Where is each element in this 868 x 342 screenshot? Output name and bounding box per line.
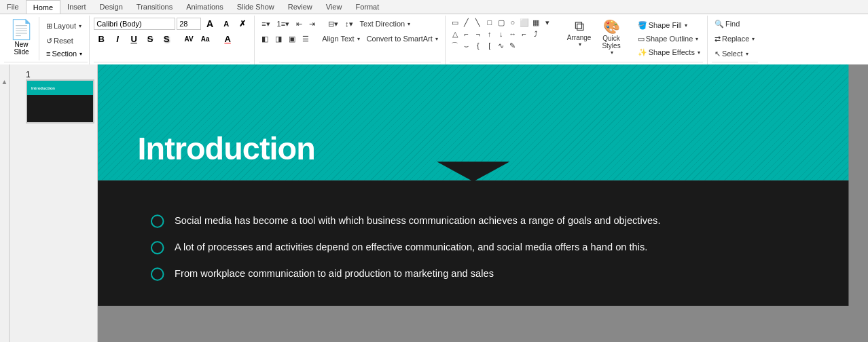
select-label: Select <box>722 50 743 58</box>
tab-format[interactable]: Format <box>348 0 386 14</box>
decrease-font-button[interactable]: A <box>219 17 234 31</box>
bullets-button[interactable]: ≡▾ <box>259 17 272 31</box>
bullet-circle-3 <box>151 267 164 281</box>
quick-styles-button[interactable]: 🎨 Quick Styles ▾ <box>598 17 624 57</box>
slide-thumb-container: 1 Introduction <box>12 70 94 124</box>
align-text-arrow: ▾ <box>357 36 360 42</box>
paragraph-group: ≡▾ 1≡▾ ⇤ ⇥ ⊟▾ ↕▾ Text Direction ▾ ◧ ◨ ▣ <box>255 16 446 72</box>
paragraph-group-top: ≡▾ 1≡▾ ⇤ ⇥ ⊟▾ ↕▾ Text Direction ▾ ◧ ◨ ▣ <box>259 16 441 60</box>
columns-button[interactable]: ⊟▾ <box>325 17 341 31</box>
select-icon: ↖ <box>715 50 721 58</box>
reset-button[interactable]: ↺ Reset <box>43 34 85 48</box>
shape-effects-button[interactable]: ✨ Shape Effects ▾ <box>635 45 703 59</box>
align-text-label: Align Text <box>322 35 355 43</box>
ribbon-tab-bar: File Home Insert Design Transitions Anim… <box>0 0 868 14</box>
shape-fill-icon: 🪣 <box>638 21 647 30</box>
new-slide-button[interactable]: 📄 New Slide <box>4 17 39 60</box>
shape-rectangle-btn[interactable]: ▭ <box>450 17 460 28</box>
shape-larrow-btn[interactable]: ¬ <box>473 28 484 39</box>
convert-smartart-button[interactable]: Convert to SmartArt ▾ <box>364 32 441 45</box>
bold-button[interactable]: B <box>94 32 109 45</box>
text-direction-label: Text Direction <box>360 20 405 28</box>
bullet-item-2: A lot of processes and activities depend… <box>151 240 809 254</box>
shape-outline-label: Shape Outline <box>646 35 693 43</box>
decrease-indent-button[interactable]: ⇤ <box>293 17 305 31</box>
slide-title: Introduction <box>138 130 315 167</box>
layout-button[interactable]: ⊞ Layout ▾ <box>43 19 85 33</box>
new-slide-label: New Slide <box>14 41 29 56</box>
slide[interactable]: Introduction Social media has become a t… <box>98 64 849 335</box>
shape-arc-btn[interactable]: ⌣ <box>461 40 472 51</box>
char-spacing-button[interactable]: AV <box>181 32 196 45</box>
change-case-button[interactable]: Aa <box>198 32 213 45</box>
shape-outline-icon: ▭ <box>638 35 645 43</box>
tab-slideshow[interactable]: Slide Show <box>230 0 281 14</box>
shape-freeform-btn[interactable]: ✎ <box>507 40 518 51</box>
text-direction-button[interactable]: Text Direction ▾ <box>357 17 414 31</box>
shape-fill-button[interactable]: 🪣 Shape Fill ▾ <box>635 18 703 32</box>
scroll-up-arrow[interactable]: ▲ <box>1 78 8 86</box>
shape-oval-btn[interactable]: ○ <box>507 17 518 28</box>
shape-curve-btn[interactable]: ⌒ <box>450 40 460 51</box>
shape-triangle-btn[interactable]: △ <box>450 28 460 39</box>
font-color-button[interactable]: A <box>220 32 235 45</box>
shape-bracket-btn[interactable]: [ <box>484 40 495 51</box>
justify-button[interactable]: ☰ <box>300 32 312 45</box>
tab-insert[interactable]: Insert <box>60 0 93 14</box>
shape-brace-btn[interactable]: { <box>473 40 484 51</box>
font-row-1: A A ✗ <box>94 17 250 31</box>
underline-button[interactable]: U <box>126 32 141 45</box>
align-left-button[interactable]: ◧ <box>259 32 271 45</box>
line-spacing-button[interactable]: ↕▾ <box>342 17 356 31</box>
shape-rtarrow-btn[interactable]: ⌐ <box>461 28 472 39</box>
tab-home[interactable]: Home <box>26 0 60 14</box>
shape-uturn-btn[interactable]: ⤴ <box>530 28 541 39</box>
shadow-button[interactable]: S <box>159 32 174 45</box>
italic-button[interactable]: I <box>110 32 125 45</box>
font-size-input[interactable] <box>177 18 201 30</box>
font-name-input[interactable] <box>94 18 175 30</box>
canvas-area: Introduction Social media has become a t… <box>98 64 868 342</box>
font-row-2: B I U S S AV Aa A <box>94 32 250 45</box>
slide-thumbnail[interactable]: Introduction <box>26 79 94 124</box>
shape-corner-btn[interactable]: ⌐ <box>519 28 530 39</box>
shape-darrow-btn[interactable]: ↓ <box>496 28 507 39</box>
tab-transitions[interactable]: Transitions <box>130 0 179 14</box>
shape-round-rect-btn[interactable]: ▢ <box>496 17 507 28</box>
tab-file[interactable]: File <box>0 0 26 14</box>
tab-animations[interactable]: Animations <box>179 0 230 14</box>
shape-extra-btn[interactable]: ⬜ <box>519 17 530 28</box>
shape-wave-btn[interactable]: ∿ <box>496 40 507 51</box>
shape-outline-button[interactable]: ▭ Shape Outline ▾ <box>635 32 703 45</box>
increase-indent-button[interactable]: ⇥ <box>306 17 318 31</box>
para-row-2: ◧ ◨ ▣ ☰ Align Text ▾ Convert to SmartArt… <box>259 32 441 45</box>
convert-smartart-arrow: ▾ <box>435 36 438 42</box>
shape-uarrow-btn[interactable]: ↑ <box>484 28 495 39</box>
shape-effects-icon: ✨ <box>638 48 647 57</box>
clear-format-button[interactable]: ✗ <box>235 17 250 31</box>
chevron-shape <box>437 162 509 181</box>
shape-rect2-btn[interactable]: □ <box>484 17 495 28</box>
increase-font-button[interactable]: A <box>202 17 217 31</box>
main-area: ▲ 1 Introduction Introduction <box>0 64 868 342</box>
align-text-button[interactable]: Align Text ▾ <box>319 32 363 45</box>
find-button[interactable]: 🔍 Find <box>712 17 758 31</box>
shape-table-btn[interactable]: ▦ <box>530 17 541 28</box>
align-right-button[interactable]: ▣ <box>286 32 298 45</box>
align-center-button[interactable]: ◨ <box>272 32 285 45</box>
tab-review[interactable]: Review <box>281 0 319 14</box>
shape-line2-btn[interactable]: ╲ <box>473 17 484 28</box>
select-button[interactable]: ↖ Select ▾ <box>712 47 758 60</box>
strikethrough-button[interactable]: S <box>143 32 158 45</box>
shape-dd-btn[interactable]: ▾ <box>542 17 553 28</box>
section-button[interactable]: ≡ Section ▾ <box>43 49 85 58</box>
shape-lrarrow-btn[interactable]: ↔ <box>507 28 518 39</box>
tab-view[interactable]: View <box>319 0 349 14</box>
tab-design[interactable]: Design <box>93 0 130 14</box>
replace-button[interactable]: ⇄ Replace ▾ <box>712 32 758 45</box>
shape-line-btn[interactable]: ╱ <box>461 17 472 28</box>
numbering-button[interactable]: 1≡▾ <box>274 17 293 31</box>
bullet-text-1: Social media has become a tool with whic… <box>175 213 660 227</box>
arrange-button[interactable]: ⧉ Arrange ▾ <box>563 17 596 49</box>
arrange-label: Arrange <box>567 34 592 41</box>
